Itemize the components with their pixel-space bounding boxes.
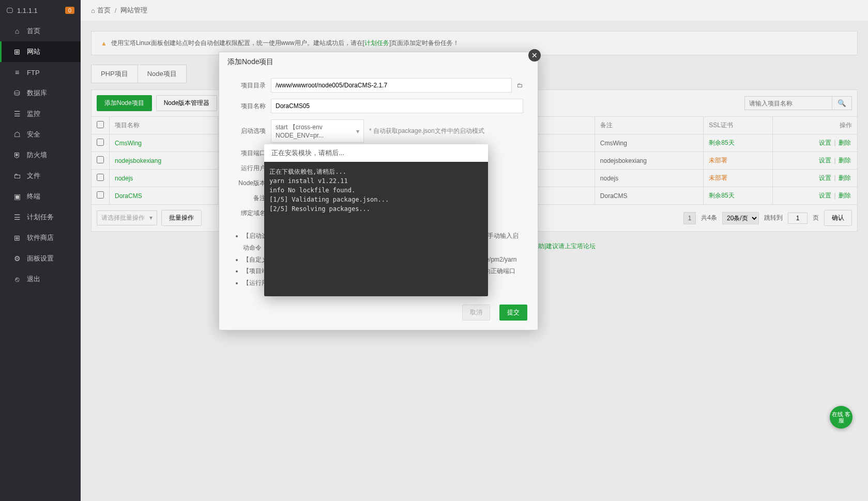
console-title: 正在安装模块，请稍后... (264, 144, 488, 162)
submit-button[interactable]: 提交 (499, 305, 527, 321)
label-node-version: Node版本 (234, 179, 266, 188)
label-start-option: 启动选项 (234, 127, 266, 135)
start-option-dropdown[interactable]: start 【cross-env NODE_ENV=pr... ▾ (271, 119, 364, 143)
chevron-down-icon: ▾ (356, 128, 359, 135)
support-fab[interactable]: 在线 客服 (830, 406, 852, 429)
label-project-name: 项目名称 (234, 102, 266, 111)
project-name-input[interactable] (271, 99, 523, 113)
label-project-port: 项目端口 (234, 149, 266, 158)
cancel-button[interactable]: 取消 (462, 305, 490, 321)
label-project-dir: 项目目录 (234, 81, 266, 90)
folder-icon[interactable]: 🗀 (517, 82, 523, 89)
project-dir-input[interactable] (271, 78, 512, 93)
label-bind-domain: 绑定域名 (234, 209, 266, 218)
label-run-user: 运行用户 (234, 164, 266, 173)
install-console: 正在安装模块，请稍后... 正在下载依赖包,请稍后... yarn instal… (264, 144, 488, 296)
close-icon[interactable]: ✕ (528, 49, 541, 62)
modal-title: 添加Node项目 (219, 52, 538, 72)
start-option-hint: * 自动获取package.json文件中的启动模式 (369, 127, 484, 135)
console-log: 正在下载依赖包,请稍后... yarn install v1.22.11 inf… (264, 162, 488, 296)
label-remark: 备注 (234, 194, 266, 203)
